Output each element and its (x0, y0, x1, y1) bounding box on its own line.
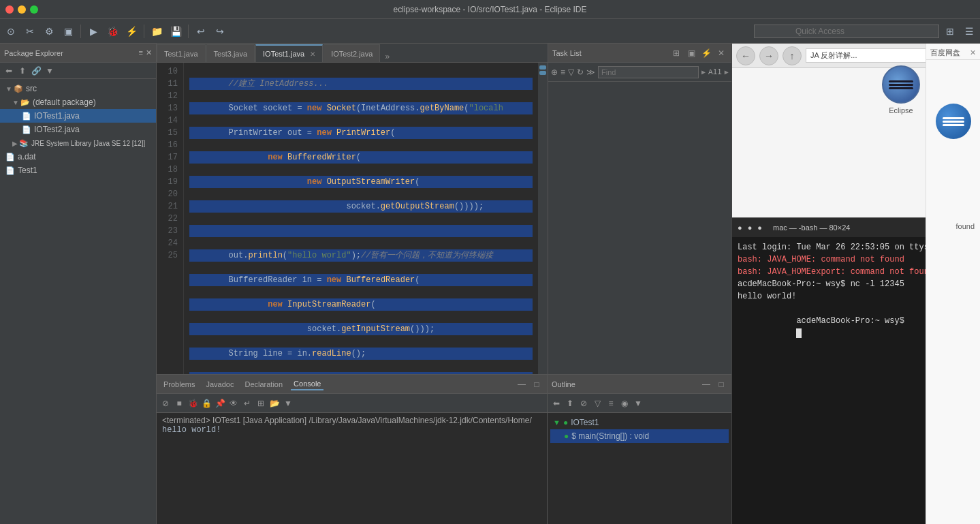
tree-item-default-pkg[interactable]: ▼ 📂 (default package) (0, 95, 156, 109)
toolbar-btn-5[interactable]: 📁 (148, 23, 165, 40)
sidebar-toolbar-btn-2[interactable]: ⬆ (16, 65, 29, 77)
tree-item-adat[interactable]: 📄 a.dat (0, 150, 156, 164)
outline-maximize[interactable]: □ (715, 378, 727, 390)
debug-btn[interactable]: 🐞 (104, 23, 121, 40)
console-minimize[interactable]: — (516, 378, 528, 390)
outline-toolbar-btn-7[interactable]: ▼ (632, 397, 644, 410)
terminal-prompt-6: acdeMacBook-Pro:~ wsy$ (796, 316, 909, 326)
task-icon-3[interactable]: ⚡ (700, 47, 712, 59)
task-toolbar-refresh[interactable]: ↻ (577, 66, 584, 78)
tree-item-iotest1[interactable]: 📄 IOTest1.java (0, 109, 156, 123)
tab-iotest1-close[interactable]: ✕ (310, 50, 315, 58)
code-content[interactable]: //建立 InetAddress... Socket socket = new … (184, 63, 538, 374)
browser-url[interactable]: JA 反射详解... (806, 48, 942, 63)
console-maximize[interactable]: □ (531, 378, 543, 390)
terminal-close-btn[interactable]: ● (738, 224, 742, 232)
line-num-25: 25 (162, 249, 178, 262)
task-toolbar-filter[interactable]: ▽ (568, 66, 574, 78)
toolbar-btn-8[interactable]: ↪ (212, 23, 228, 40)
sidebar-toolbar-btn-1[interactable]: ⬅ (3, 65, 15, 77)
outline-toolbar-btn-5[interactable]: ≡ (605, 397, 617, 410)
console-scroll-lock[interactable]: 🔒 (200, 397, 212, 410)
task-arrow-all[interactable]: ▶ (701, 68, 706, 76)
console-clear[interactable]: ⊘ (159, 397, 172, 410)
console-tab-console[interactable]: Console (291, 378, 323, 390)
code-line-10: //建立 InetAddress... (189, 78, 533, 90)
task-icon-2[interactable]: ▣ (685, 47, 697, 59)
run-btn[interactable]: ▶ (85, 23, 101, 40)
task-toolbar-list[interactable]: ≡ (560, 66, 565, 78)
line-num-23: 23 (162, 225, 178, 237)
console-tab-problems[interactable]: Problems (161, 379, 197, 390)
tab-test1-label: Test1.java (164, 50, 198, 58)
tab-test3[interactable]: Test3.java (206, 44, 255, 62)
console-view[interactable]: 👁 (227, 397, 240, 410)
title-bar: eclipse-workspace - IO/src/IOTest1.java … (0, 0, 980, 19)
open-perspective-btn[interactable]: ⊞ (942, 23, 958, 40)
tab-iotest2[interactable]: IOTest2.java (323, 44, 380, 62)
browser-up[interactable]: ↑ (783, 46, 802, 65)
tree-item-jre[interactable]: ▶ 📚 JRE System Library [Java SE 12 [12]] (0, 136, 156, 150)
task-toolbar-add[interactable]: ⊕ (551, 66, 558, 78)
separator-2 (144, 25, 144, 38)
sidebar-toolbar-btn-4[interactable]: ▼ (44, 65, 56, 77)
task-filter-all[interactable]: All (708, 68, 722, 76)
task-icon-1[interactable]: ⊞ (670, 47, 682, 59)
outline-item-main[interactable]: ● $ main(String[]) : void (550, 429, 729, 443)
outline-toolbar-btn-4[interactable]: ▽ (591, 397, 603, 410)
tree-item-test1[interactable]: 📄 Test1 (0, 164, 156, 177)
tab-overflow[interactable]: » (381, 52, 394, 62)
tree-arrow-src: ▼ (5, 85, 12, 93)
tab-iotest1[interactable]: IOTest1.java ✕ (255, 44, 323, 62)
console-open-file[interactable]: 📂 (268, 397, 281, 410)
maximize-button[interactable] (30, 5, 38, 14)
outline-minimize[interactable]: — (700, 378, 712, 390)
tab-test1[interactable]: Test1.java (157, 44, 206, 62)
collapse-icon[interactable]: ≡ (139, 48, 143, 57)
tree-item-iotest2[interactable]: 📄 IOTest2.java (0, 123, 156, 136)
toolbar-btn-1[interactable]: ✂ (22, 23, 38, 40)
toolbar-btn-4[interactable]: ⚡ (123, 23, 140, 40)
outline-toolbar-btn-2[interactable]: ⬆ (564, 397, 576, 410)
close-button[interactable] (5, 5, 14, 14)
close-sidebar-icon[interactable]: ✕ (146, 48, 152, 57)
console-pin[interactable]: 📌 (214, 397, 226, 410)
baidu-close-icon[interactable]: ✕ (970, 48, 976, 57)
browser-back[interactable]: ← (736, 46, 755, 65)
bottom-split: Problems Javadoc Declaration Console — □… (157, 374, 731, 524)
perspective-btn[interactable]: ⊙ (3, 23, 19, 40)
found-text: found (955, 222, 975, 230)
editor-scrollbar[interactable] (538, 63, 548, 374)
code-editor[interactable]: 10 11 12 13 14 15 16 17 18 19 20 21 (157, 63, 548, 374)
toolbar-btn-6[interactable]: 💾 (168, 23, 184, 40)
task-toolbar-more[interactable]: ≫ (586, 66, 595, 78)
console-new[interactable]: ⊞ (255, 397, 267, 410)
outline-toolbar-btn-1[interactable]: ⬅ (550, 397, 563, 410)
toolbar-btn-7[interactable]: ↩ (193, 23, 209, 40)
tree-item-src[interactable]: ▼ 📦 src (0, 82, 156, 95)
outline-item-iotest1[interactable]: ▼ ● IOTest1 (550, 416, 729, 429)
console-settings[interactable]: ▼ (282, 397, 294, 410)
outline-toolbar-btn-6[interactable]: ◉ (618, 397, 631, 410)
outline-toolbar-btn-3[interactable]: ⊘ (578, 397, 590, 410)
toolbar-btn-9[interactable]: ☰ (961, 23, 977, 40)
console-tab-javadoc[interactable]: Javadoc (203, 379, 236, 390)
terminal-min-btn[interactable]: ● (748, 224, 753, 232)
minimize-button[interactable] (18, 5, 26, 14)
baidu-sidebar: 百度网盘 ✕ found (926, 44, 980, 524)
quick-access-input[interactable] (754, 25, 939, 38)
task-arrow-activate[interactable]: ▶ (725, 68, 729, 76)
baidu-line-1 (943, 117, 964, 119)
toolbar-btn-2[interactable]: ⚙ (41, 23, 57, 40)
eclipse-name-label: Eclipse (889, 106, 913, 114)
sidebar-toolbar-btn-3[interactable]: 🔗 (30, 65, 42, 77)
console-debug[interactable]: 🐞 (187, 397, 199, 410)
task-search-input[interactable] (598, 66, 699, 78)
console-stop[interactable]: ■ (173, 397, 185, 410)
browser-forward[interactable]: → (759, 46, 778, 65)
terminal-max-btn[interactable]: ● (757, 224, 762, 232)
task-icon-4[interactable]: ✕ (715, 47, 727, 59)
console-word-wrap[interactable]: ↵ (241, 397, 253, 410)
toolbar-btn-3[interactable]: ▣ (60, 23, 76, 40)
console-tab-declaration[interactable]: Declaration (242, 379, 285, 390)
